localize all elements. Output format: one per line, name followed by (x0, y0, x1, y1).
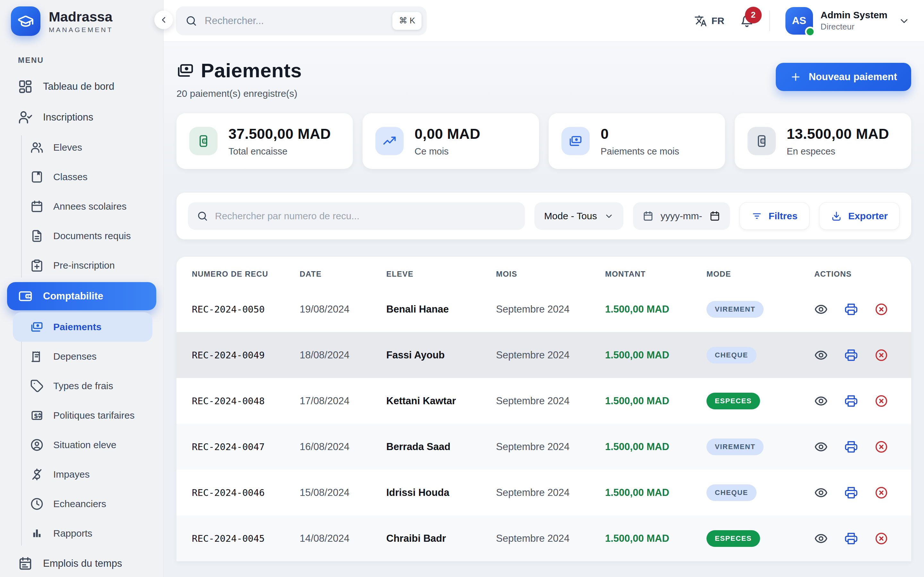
delete-button[interactable] (875, 348, 888, 362)
notifications-button[interactable]: 2 (740, 14, 754, 28)
table-row[interactable]: REC-2024-0048 17/08/2024 Kettani Kawtar … (176, 378, 911, 424)
calendar-icon (30, 200, 44, 213)
sidebar-item-comptabilite[interactable]: Comptabilite (7, 282, 156, 310)
stat-label: Total encaisse (228, 146, 331, 157)
student-name: Berrada Saad (386, 441, 496, 453)
stat-card-en-especes: 13.500,00 MAD En especes (735, 113, 911, 169)
sidebar-item-label: Echeanciers (53, 498, 106, 509)
export-button-label: Exporter (848, 211, 888, 221)
table-row[interactable]: REC-2024-0049 18/08/2024 Fassi Ayoub Sep… (176, 332, 911, 378)
filter-bar: Mode - Tous yyyy-mm- Filtres Exporter (176, 193, 911, 239)
print-button[interactable] (845, 440, 858, 454)
filters-button[interactable]: Filtres (740, 202, 809, 230)
stat-text: 0 Paiements ce mois (601, 126, 679, 157)
print-button[interactable] (845, 486, 858, 500)
global-search[interactable]: ⌘ K (176, 6, 427, 35)
sidebar-item-label: Types de frais (53, 380, 113, 392)
stat-value: 0,00 MAD (415, 126, 480, 142)
sidebar-item-types-de-frais[interactable]: Types de frais (21, 371, 156, 401)
table-row[interactable]: REC-2024-0047 16/08/2024 Berrada Saad Se… (176, 424, 911, 470)
delete-button[interactable] (875, 440, 888, 454)
mode-filter-select[interactable]: Mode - Tous (535, 202, 624, 230)
page-content: Paiements 20 paiement(s) enregistre(s) N… (164, 42, 924, 577)
view-button[interactable] (814, 394, 828, 408)
user-check-icon (18, 110, 33, 125)
sidebar-item-eleves[interactable]: Eleves (21, 133, 156, 162)
users-icon (30, 141, 44, 154)
sidebar-item-label: Documents requis (53, 230, 131, 242)
payment-month: Septembre 2024 (496, 303, 605, 315)
sidebar-item-impayes[interactable]: Impayes (21, 460, 156, 489)
table-row[interactable]: REC-2024-0046 15/08/2024 Idrissi Houda S… (176, 470, 911, 516)
table-row[interactable]: REC-2024-0045 14/08/2024 Chraibi Badr Se… (176, 516, 911, 561)
receipt-search-input[interactable] (215, 211, 516, 221)
stat-text: 13.500,00 MAD En especes (787, 126, 889, 157)
sidebar-item-pre-inscription[interactable]: Pre-inscription (21, 251, 156, 280)
page-header-left: Paiements 20 paiement(s) enregistre(s) (176, 59, 302, 99)
sidebar-item-paiements[interactable]: Paiements (13, 312, 152, 342)
print-button[interactable] (845, 532, 858, 545)
sidebar-item-depenses[interactable]: Depenses (21, 342, 156, 371)
view-button[interactable] (814, 440, 828, 454)
sidebar-item-inscriptions[interactable]: Inscriptions (7, 102, 156, 133)
dollar-slash-icon (30, 468, 44, 481)
sidebar-item-classes[interactable]: Classes (21, 162, 156, 192)
topbar-divider (769, 11, 770, 31)
user-menu[interactable]: AS Admin System Directeur (785, 7, 910, 35)
print-button[interactable] (845, 348, 858, 362)
print-button[interactable] (845, 394, 858, 408)
sidebar-item-emplois-du-temps[interactable]: Emplois du temps (7, 548, 156, 577)
user-info: Admin System Directeur (821, 10, 887, 32)
wallet-icon (748, 127, 776, 155)
topbar: ⌘ K FR 2 AS Admin S (164, 0, 924, 42)
mode-badge: CHEQUE (706, 347, 756, 364)
sidebar-collapse-button[interactable] (154, 11, 173, 29)
receipt-number: REC-2024-0049 (192, 350, 300, 361)
delete-button[interactable] (875, 394, 888, 408)
topbar-right: FR 2 AS Admin System Directeur (694, 7, 910, 35)
new-payment-button[interactable]: Nouveau paiement (776, 63, 911, 91)
page-header: Paiements 20 paiement(s) enregistre(s) N… (176, 59, 911, 99)
view-button[interactable] (814, 532, 828, 545)
table-row[interactable]: REC-2024-0050 19/08/2024 Benali Hanae Se… (176, 286, 911, 332)
delete-button[interactable] (875, 486, 888, 500)
sidebar-item-annees-scolaires[interactable]: Annees scolaires (21, 192, 156, 221)
sidebar-nav: Tableau de bord Inscriptions Eleves Clas… (0, 71, 163, 577)
view-button[interactable] (814, 486, 828, 500)
column-header-date: DATE (300, 269, 386, 279)
filter-icon (751, 211, 762, 221)
global-search-input[interactable] (205, 15, 384, 27)
view-button[interactable] (814, 303, 828, 316)
banknote-icon (561, 127, 590, 155)
export-button[interactable]: Exporter (819, 202, 900, 230)
sidebar-item-label: Situation eleve (53, 440, 116, 450)
stat-label: Paiements ce mois (601, 146, 679, 157)
sidebar-item-dashboard[interactable]: Tableau de bord (7, 71, 156, 102)
sidebar-item-situation-eleve[interactable]: Situation eleve (21, 430, 156, 460)
delete-button[interactable] (875, 532, 888, 545)
brand-text: Madrassa MANAGEMENT (49, 9, 113, 34)
brand-subtitle: MANAGEMENT (49, 26, 113, 34)
receipt-search[interactable] (188, 202, 525, 230)
sidebar-item-echeanciers[interactable]: Echeanciers (21, 489, 156, 519)
payment-date: 16/08/2024 (300, 441, 386, 453)
download-icon (831, 211, 842, 221)
keyboard-shortcut-badge: ⌘ K (393, 12, 422, 30)
date-filter-value: yyyy-mm- (661, 211, 702, 221)
stat-card-total-encaisse: 37.500,00 MAD Total encaisse (176, 113, 353, 169)
view-button[interactable] (814, 348, 828, 362)
sidebar-item-politiques-tarifaires[interactable]: Politiques tarifaires (21, 401, 156, 430)
clock-icon (30, 497, 44, 511)
date-filter-input[interactable]: yyyy-mm- (633, 202, 730, 230)
delete-button[interactable] (875, 303, 888, 316)
wallet-icon (18, 289, 33, 303)
page-subtitle: 20 paiement(s) enregistre(s) (176, 88, 302, 99)
receipt-icon (30, 350, 44, 363)
stat-value: 13.500,00 MAD (787, 126, 889, 142)
print-button[interactable] (845, 303, 858, 316)
clipboard-plus-icon (30, 259, 44, 272)
app-root: Madrassa MANAGEMENT MENU Tableau de bord… (0, 0, 924, 577)
sidebar-item-documents-requis[interactable]: Documents requis (21, 221, 156, 251)
sidebar-item-rapports[interactable]: Rapports (21, 519, 156, 548)
language-switcher[interactable]: FR (694, 15, 724, 27)
